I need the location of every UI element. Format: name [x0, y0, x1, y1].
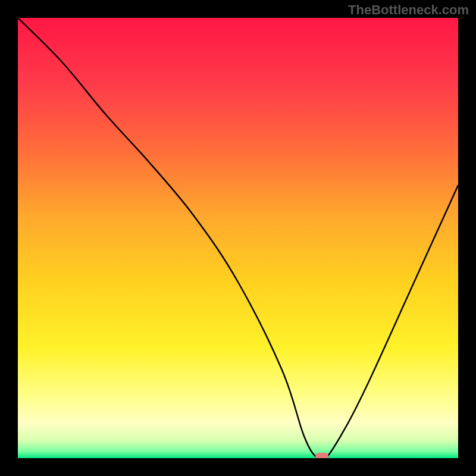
bottleneck-curve	[18, 18, 458, 458]
plot-area	[18, 18, 458, 458]
optimal-marker	[315, 453, 328, 458]
watermark-text: TheBottleneck.com	[348, 2, 469, 18]
